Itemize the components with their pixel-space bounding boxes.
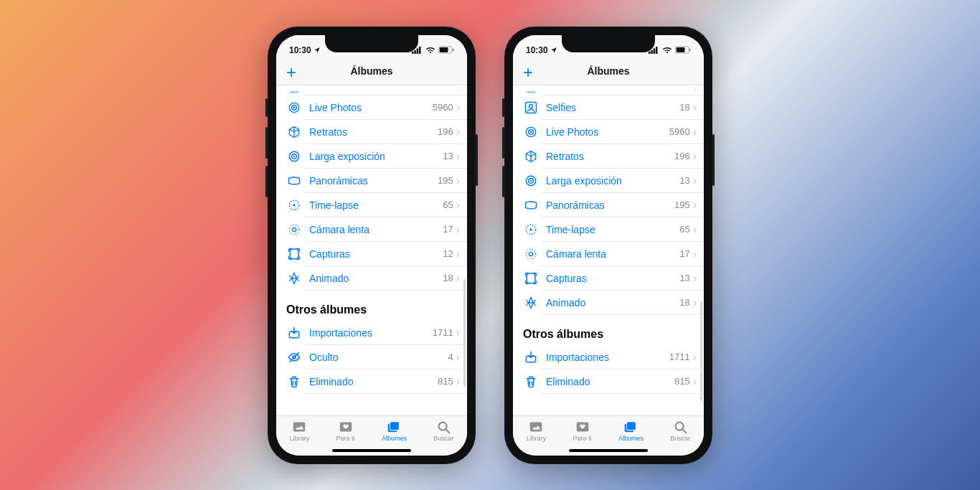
- slowmo-icon: [523, 247, 539, 261]
- nav-bar: + Álbumes: [276, 61, 467, 85]
- album-row-partial[interactable]: ›: [513, 85, 704, 95]
- album-row[interactable]: Live Photos 5960 ›: [513, 120, 704, 144]
- slowmo-icon: [286, 222, 302, 237]
- chevron-right-icon: ›: [693, 101, 697, 114]
- tab-search[interactable]: Buscar: [433, 419, 453, 442]
- album-count: 13: [679, 175, 689, 186]
- album-label: Importaciones: [309, 327, 433, 339]
- chevron-right-icon: ›: [456, 375, 460, 388]
- album-count: 196: [674, 151, 690, 161]
- album-row[interactable]: Importaciones 1711 ›: [513, 345, 704, 369]
- album-row-partial[interactable]: ›: [276, 85, 467, 95]
- svg-rect-31: [649, 51, 651, 53]
- tab-search[interactable]: Buscar: [670, 419, 690, 442]
- longexp-icon: [523, 174, 539, 188]
- album-label: Capturas: [546, 273, 679, 284]
- home-indicator[interactable]: [332, 449, 411, 452]
- album-count: 5960: [433, 102, 453, 113]
- album-row[interactable]: Larga exposición 13 ›: [513, 169, 704, 193]
- album-row[interactable]: Retratos 196 ›: [276, 120, 467, 144]
- album-label: Animado: [546, 297, 679, 308]
- album-count: 196: [438, 126, 453, 137]
- svg-rect-23: [412, 51, 414, 53]
- status-time: 10:30: [526, 45, 548, 55]
- chevron-right-icon: ›: [456, 150, 460, 163]
- album-count: 12: [443, 248, 453, 259]
- album-label: Oculto: [309, 352, 448, 363]
- album-label: Retratos: [546, 151, 674, 162]
- svg-rect-26: [419, 47, 421, 54]
- album-count: 4: [448, 352, 453, 362]
- chevron-right-icon: ›: [693, 126, 697, 138]
- add-button[interactable]: +: [286, 64, 296, 81]
- chevron-right-icon: ›: [456, 351, 460, 364]
- notch: [562, 35, 655, 52]
- wifi-icon: [662, 47, 672, 54]
- home-indicator[interactable]: [569, 449, 648, 452]
- tab-albums[interactable]: Álbumes: [618, 419, 644, 442]
- chevron-right-icon: ›: [693, 85, 697, 95]
- album-row[interactable]: Eliminado 815 ›: [276, 369, 467, 394]
- chevron-right-icon: ›: [693, 199, 697, 212]
- album-label: Time-lapse: [309, 199, 443, 211]
- content-left[interactable]: › Live Photos 5960 › Retratos 196 › Larg…: [276, 85, 467, 415]
- import-icon: [523, 350, 539, 364]
- album-row[interactable]: Animado 18 ›: [513, 291, 704, 315]
- phone-right: 10:30 + Álbumes › Selfies 18 › Live Phot…: [504, 27, 712, 464]
- album-row[interactable]: Panorámicas 195 ›: [276, 169, 467, 193]
- tab-foryou-label: Para ti: [573, 435, 592, 442]
- wifi-icon: [425, 47, 435, 54]
- album-row[interactable]: Capturas 12 ›: [276, 242, 467, 266]
- livephoto-icon: [286, 100, 302, 115]
- album-row[interactable]: Panorámicas 195 ›: [513, 193, 704, 217]
- add-button[interactable]: +: [523, 64, 533, 81]
- album-count: 5960: [669, 126, 690, 137]
- album-row[interactable]: Larga exposición 13 ›: [276, 144, 467, 169]
- tab-albums-label: Álbumes: [382, 435, 407, 442]
- chevron-right-icon: ›: [693, 272, 697, 285]
- chevron-right-icon: ›: [456, 199, 460, 212]
- tab-library[interactable]: Library: [290, 419, 310, 442]
- chevron-right-icon: ›: [693, 223, 697, 236]
- album-row[interactable]: Oculto 4 ›: [276, 345, 467, 369]
- svg-rect-24: [414, 50, 416, 54]
- cube-icon: [286, 125, 302, 139]
- chevron-right-icon: ›: [693, 248, 697, 260]
- tab-albums[interactable]: Álbumes: [382, 419, 407, 442]
- album-row[interactable]: Time-lapse 65 ›: [513, 217, 704, 242]
- album-count: 18: [679, 297, 689, 308]
- album-row[interactable]: Live Photos 5960 ›: [276, 95, 467, 120]
- album-row[interactable]: Capturas 13 ›: [513, 266, 704, 291]
- tab-library[interactable]: Library: [527, 419, 547, 442]
- cube-icon: [523, 149, 539, 164]
- tab-library-label: Library: [527, 435, 547, 442]
- album-row[interactable]: Cámara lenta 17 ›: [513, 242, 704, 266]
- livephoto-icon: [523, 125, 539, 139]
- svg-rect-38: [527, 91, 535, 93]
- battery-icon: [438, 46, 454, 54]
- album-count: 1711: [433, 327, 453, 338]
- nav-bar: + Álbumes: [513, 61, 704, 85]
- album-row[interactable]: Retratos 196 ›: [513, 144, 704, 169]
- album-count: 815: [438, 376, 453, 387]
- album-row[interactable]: Animado 18 ›: [276, 266, 467, 291]
- album-row[interactable]: Eliminado 815 ›: [513, 369, 704, 394]
- svg-rect-37: [689, 48, 691, 51]
- content-right[interactable]: › Selfies 18 › Live Photos 5960 › Retrat…: [513, 85, 704, 415]
- album-row[interactable]: Importaciones 1711 ›: [276, 321, 467, 345]
- nav-title: Álbumes: [587, 65, 629, 77]
- album-row[interactable]: Cámara lenta 17 ›: [276, 217, 467, 242]
- tab-for-you[interactable]: Para ti: [336, 419, 355, 442]
- tab-library-label: Library: [290, 435, 310, 442]
- album-label: Cámara lenta: [546, 248, 679, 260]
- album-label: Larga exposición: [309, 151, 443, 162]
- album-row[interactable]: Selfies 18 ›: [513, 95, 704, 120]
- location-icon: [550, 47, 557, 54]
- chevron-right-icon: ›: [456, 272, 460, 285]
- album-count: 815: [674, 376, 690, 387]
- album-row[interactable]: Time-lapse 65 ›: [276, 193, 467, 217]
- tab-for-you[interactable]: Para ti: [573, 419, 592, 442]
- location-icon: [314, 47, 321, 54]
- album-label: Animado: [309, 273, 443, 284]
- album-label: Selfies: [546, 102, 679, 113]
